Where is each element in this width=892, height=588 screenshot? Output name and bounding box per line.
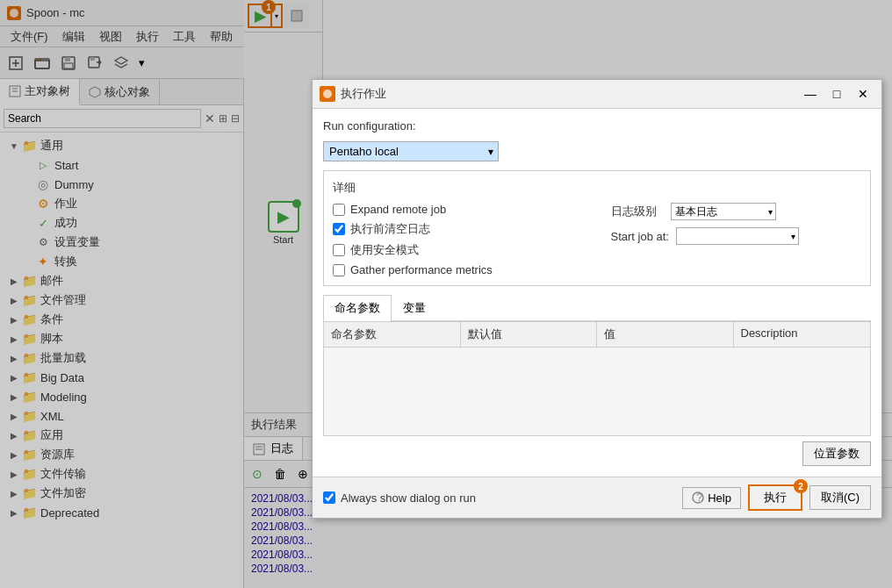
execute-button-label: 执行 [764, 491, 787, 504]
modal-tab-variables[interactable]: 变量 [392, 295, 437, 320]
always-show-label: Always show dialog on run [341, 491, 476, 505]
option-label-expand: Expand remote job [350, 203, 446, 216]
position-params-button[interactable]: 位置参数 [802, 441, 871, 466]
badge-2: 2 [794, 479, 808, 493]
right-opts: 日志级别 基本日志 Start job at: [584, 203, 862, 276]
cancel-button[interactable]: 取消(C) [809, 485, 871, 510]
execute-button[interactable]: 执行 2 [748, 484, 802, 511]
modal-overlay: 执行作业 — □ ✕ Run configuration: Pentaho lo… [0, 0, 892, 588]
svg-text:?: ? [696, 491, 702, 504]
startjob-select[interactable] [676, 227, 799, 245]
run-config-label: Run configuration: [323, 119, 416, 133]
details-section: 详细 Expand remote job 执行前清空日志 [323, 170, 871, 286]
pos-btn-row: 位置参数 [323, 441, 871, 466]
section-inner: Expand remote job 执行前清空日志 使用安全模式 Ga [333, 203, 861, 276]
help-icon: ? [692, 491, 704, 504]
checkbox-expand[interactable] [333, 204, 345, 216]
option-label-metrics: Gather performance metrics [350, 263, 493, 276]
modal-title-bar: 执行作业 — □ ✕ [313, 80, 881, 109]
option-row-safemode: 使用安全模式 [333, 242, 584, 258]
right-option-loglevel-label: 日志级别 [611, 204, 664, 219]
left-opts: Expand remote job 执行前清空日志 使用安全模式 Ga [333, 203, 584, 276]
modal-title-icon [320, 86, 335, 102]
checkbox-metrics[interactable] [333, 264, 345, 276]
run-config-select-wrapper: Pentaho local [323, 141, 499, 161]
run-config-select-row: Pentaho local [323, 141, 871, 161]
execute-btn-container: 执行 2 [748, 484, 802, 511]
always-show-row: Always show dialog on run [323, 491, 675, 505]
loglevel-select-wrapper: 基本日志 [671, 203, 776, 220]
modal-tabs: 命名参数 变量 [323, 295, 871, 321]
modal-close-btn[interactable]: ✕ [852, 85, 874, 103]
modal-controls: — □ ✕ [799, 85, 874, 103]
modal-tab-named-params[interactable]: 命名参数 [323, 295, 392, 321]
footer-buttons: ? Help 执行 2 取消(C) [682, 484, 871, 511]
help-button-label: Help [708, 491, 731, 505]
help-button[interactable]: ? Help [682, 487, 741, 509]
table-header-default: 默认值 [461, 322, 598, 347]
table-header: 命名参数 默认值 值 Description [324, 322, 870, 348]
table-header-param: 命名参数 [324, 322, 461, 347]
modal-body: Run configuration: Pentaho local 详细 Expa… [313, 109, 881, 477]
right-option-startjob: Start job at: [611, 227, 862, 245]
loglevel-select[interactable]: 基本日志 [671, 203, 776, 220]
modal-footer: Always show dialog on run ? Help 执行 2 取消… [313, 477, 881, 518]
svg-point-24 [323, 90, 332, 98]
option-label-safemode: 使用安全模式 [350, 242, 419, 258]
modal-tabs-container: 命名参数 变量 命名参数 默认值 值 Description [323, 295, 871, 436]
modal-minimize-btn[interactable]: — [799, 85, 822, 103]
right-option-startjob-label: Start job at: [611, 230, 669, 243]
table-header-value: 值 [597, 322, 734, 347]
startjob-select-wrapper [676, 227, 799, 245]
option-row-metrics: Gather performance metrics [333, 263, 584, 276]
table-body [324, 348, 870, 435]
modal-maximize-btn[interactable]: □ [825, 85, 848, 103]
table-header-description: Description [734, 322, 871, 347]
run-config-select[interactable]: Pentaho local [323, 141, 499, 161]
always-show-checkbox[interactable] [323, 491, 335, 504]
checkbox-clearlog[interactable] [333, 223, 345, 235]
checkbox-safemode[interactable] [333, 244, 345, 256]
option-row-clearlog: 执行前清空日志 [333, 221, 584, 237]
option-label-clearlog: 执行前清空日志 [350, 221, 430, 237]
modal-title-text: 执行作业 [341, 86, 799, 102]
right-option-loglevel: 日志级别 基本日志 [611, 203, 862, 220]
details-section-title: 详细 [333, 180, 861, 196]
execute-job-modal: 执行作业 — □ ✕ Run configuration: Pentaho lo… [312, 79, 882, 519]
run-config-row: Run configuration: [323, 119, 871, 133]
option-row-expand: Expand remote job [333, 203, 584, 216]
params-table: 命名参数 默认值 值 Description [323, 321, 871, 436]
